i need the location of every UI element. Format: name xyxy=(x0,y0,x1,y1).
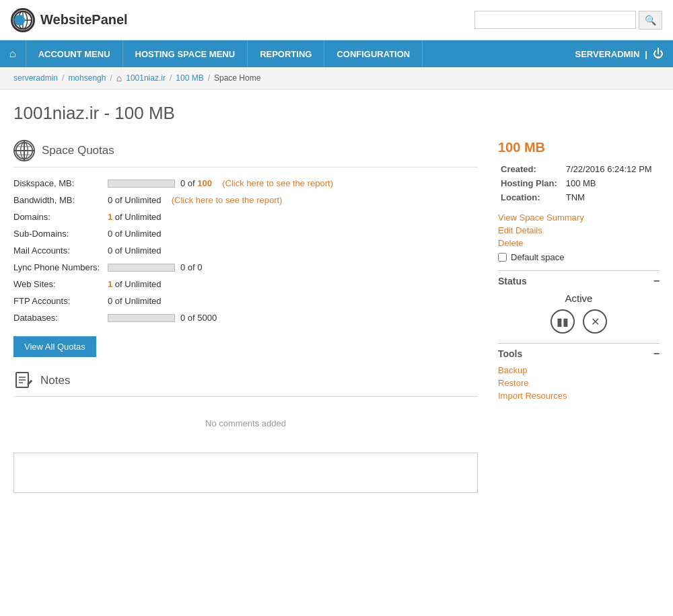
notes-section-heading: Notes xyxy=(13,371,478,397)
status-value: Active xyxy=(498,293,660,304)
breadcrumb-sep-3: / xyxy=(170,73,172,83)
page-title: 1001niaz.ir - 100 MB xyxy=(13,103,660,124)
quota-ftp-label: FTP Accounts: xyxy=(13,296,108,306)
breadcrumb-sep-2: / xyxy=(110,73,112,83)
breadcrumb-100mb[interactable]: 100 MB xyxy=(176,73,203,83)
nav-configuration[interactable]: CONFIGURATION xyxy=(324,40,423,67)
no-comments-text: No comments added xyxy=(13,405,478,442)
space-info-table: Created: 7/22/2016 6:24:12 PM Hosting Pl… xyxy=(498,162,660,204)
status-controls: ▮▮ ✕ xyxy=(498,309,660,334)
quota-databases: Databases: 0 of 5000 xyxy=(13,313,478,323)
left-column: Space Quotas Diskspace, MB: 0 of 100 (Cl… xyxy=(13,140,478,493)
quota-databases-value: 0 of 5000 xyxy=(180,313,217,323)
restore-link[interactable]: Restore xyxy=(498,378,660,388)
location-label: Location: xyxy=(498,190,563,204)
content-layout: Space Quotas Diskspace, MB: 0 of 100 (Cl… xyxy=(13,140,660,493)
breadcrumb-space-home: Space Home xyxy=(214,73,260,83)
quota-mail-label: Mail Accounts: xyxy=(13,245,108,256)
quota-diskspace: Diskspace, MB: 0 of 100 (Click here to s… xyxy=(13,178,478,188)
default-space-checkbox[interactable] xyxy=(498,253,507,262)
delete-link[interactable]: Delete xyxy=(498,238,524,248)
svg-point-5 xyxy=(21,143,28,159)
right-column: 100 MB Created: 7/22/2016 6:24:12 PM Hos… xyxy=(498,140,660,493)
quota-lync-value: 0 of 0 xyxy=(180,262,203,272)
breadcrumb: serveradmin / mohsengh / ⌂ 1001niaz.ir /… xyxy=(0,67,673,89)
default-space-row: Default space xyxy=(498,252,660,262)
edit-details-link[interactable]: Edit Details xyxy=(498,225,660,235)
nav-user-area: SERVERADMIN | ⏻ xyxy=(566,40,673,67)
quota-bandwidth-label: Bandwidth, MB: xyxy=(13,195,108,205)
backup-link[interactable]: Backup xyxy=(498,365,660,375)
main-content: 1001niaz.ir - 100 MB Space Quotas xyxy=(0,89,673,506)
hosting-plan-label: Hosting Plan: xyxy=(498,176,563,190)
quota-websites: Web Sites: 1 of Unlimited xyxy=(13,279,478,289)
quota-ftp: FTP Accounts: 0 of Unlimited xyxy=(13,296,478,306)
quota-lync-label: Lync Phone Numbers: xyxy=(13,262,108,272)
location-value: TNM xyxy=(563,190,660,204)
nav-home-button[interactable]: ⌂ xyxy=(0,40,26,67)
quota-domains: Domains: 1 of Unlimited xyxy=(13,212,478,222)
quota-subdomains: Sub-Domains: 0 of Unlimited xyxy=(13,229,478,239)
notes-input-area[interactable] xyxy=(13,453,478,493)
svg-point-4 xyxy=(16,143,33,159)
info-row-hosting-plan: Hosting Plan: 100 MB xyxy=(498,176,660,190)
status-section-label: Status xyxy=(498,276,527,286)
quota-subdomains-label: Sub-Domains: xyxy=(13,229,108,239)
quota-websites-value: 1 of Unlimited xyxy=(108,279,161,289)
notes-icon xyxy=(13,371,34,391)
created-value: 7/22/2016 6:24:12 PM xyxy=(563,162,660,176)
logo: WebsitePanel xyxy=(11,8,128,32)
view-space-summary-link[interactable]: View Space Summary xyxy=(498,213,660,223)
nav-separator: | xyxy=(645,49,647,59)
tools-section-label: Tools xyxy=(498,348,522,359)
quotas-section-heading: Space Quotas xyxy=(13,140,478,167)
quota-mail-value: 0 of Unlimited xyxy=(108,245,161,256)
status-collapse-button[interactable]: − xyxy=(653,275,660,287)
quota-lync-bar xyxy=(108,264,175,272)
logout-button[interactable]: ⏻ xyxy=(653,48,664,60)
nav-account-menu[interactable]: ACCOUNT MENU xyxy=(26,40,123,67)
quota-databases-bar xyxy=(108,314,175,322)
quota-bandwidth-value: 0 of Unlimited xyxy=(108,195,161,205)
app-name: WebsitePanel xyxy=(40,12,128,28)
notes-section-label: Notes xyxy=(40,374,70,387)
quota-subdomains-value: 0 of Unlimited xyxy=(108,229,161,239)
info-row-created: Created: 7/22/2016 6:24:12 PM xyxy=(498,162,660,176)
import-resources-link[interactable]: Import Resources xyxy=(498,391,660,401)
default-space-label: Default space xyxy=(511,252,565,262)
search-input[interactable] xyxy=(474,11,636,29)
home-icon-small: ⌂ xyxy=(116,73,122,83)
breadcrumb-mohsengh[interactable]: mohsengh xyxy=(68,73,106,83)
search-area: 🔍 xyxy=(474,11,662,30)
info-row-location: Location: TNM xyxy=(498,190,660,204)
space-size-title: 100 MB xyxy=(498,140,660,155)
search-button[interactable]: 🔍 xyxy=(639,11,662,30)
stop-button[interactable]: ✕ xyxy=(583,309,607,334)
pause-button[interactable]: ▮▮ xyxy=(551,309,575,334)
quota-diskspace-bar xyxy=(108,180,175,188)
quota-domains-label: Domains: xyxy=(13,212,108,222)
breadcrumb-sep-1: / xyxy=(62,73,64,83)
breadcrumb-serveradmin[interactable]: serveradmin xyxy=(13,73,58,83)
logo-icon xyxy=(11,8,35,32)
nav-reporting[interactable]: REPORTING xyxy=(248,40,324,67)
breadcrumb-sep-4: / xyxy=(208,73,210,83)
nav-hosting-space-menu[interactable]: HOSTING SPACE MENU xyxy=(123,40,248,67)
quota-websites-label: Web Sites: xyxy=(13,279,108,289)
tools-section-divider: Tools − xyxy=(498,343,660,360)
quota-diskspace-label: Diskspace, MB: xyxy=(13,178,108,188)
view-all-quotas-button[interactable]: View All Quotas xyxy=(13,336,96,357)
quotas-section-label: Space Quotas xyxy=(42,144,114,157)
quota-bandwidth-link[interactable]: (Click here to see the report) xyxy=(166,195,282,205)
quota-domains-value: 1 of Unlimited xyxy=(108,212,161,222)
quota-diskspace-link[interactable]: (Click here to see the report) xyxy=(217,178,333,188)
quota-bandwidth: Bandwidth, MB: 0 of Unlimited (Click her… xyxy=(13,195,478,205)
quota-databases-label: Databases: xyxy=(13,313,108,323)
nav-username: SERVERADMIN xyxy=(575,49,640,59)
top-bar: WebsitePanel 🔍 xyxy=(0,0,673,40)
quota-lync: Lync Phone Numbers: 0 of 0 xyxy=(13,262,478,272)
breadcrumb-1001niaz[interactable]: 1001niaz.ir xyxy=(126,73,166,83)
tools-collapse-button[interactable]: − xyxy=(653,348,660,360)
globe-icon xyxy=(13,140,35,161)
hosting-plan-value: 100 MB xyxy=(563,176,660,190)
